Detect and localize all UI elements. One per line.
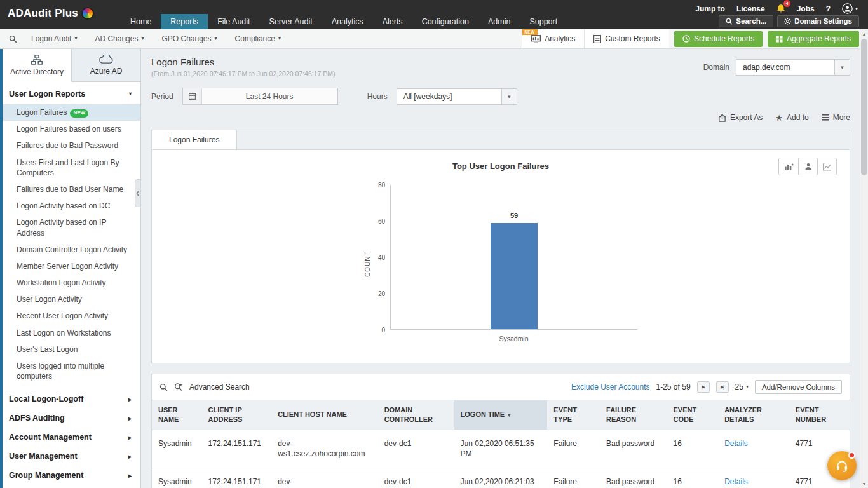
sidebar-group-local-logon-logoff[interactable]: Local Logon-Logoff▸ [3, 390, 140, 409]
custom-reports-button[interactable]: Custom Reports [584, 29, 669, 48]
sidebar-item-failures-due-to-bad-user-name[interactable]: Failures due to Bad User Name [3, 181, 140, 198]
tab-azure-ad[interactable]: Azure AD [72, 49, 140, 82]
tab-active-directory[interactable]: Active Directory [3, 49, 72, 82]
nav-item-configuration[interactable]: Configuration [412, 14, 478, 29]
table-body: Sysadmin172.24.151.171dev-ws1.csez.zohoc… [152, 430, 850, 488]
cell-client-ip-address: 172.24.151.171 [202, 468, 272, 488]
sidebar-item-users-first-and-last-logon-by-computers[interactable]: Users First and Last Logon By Computers [3, 154, 140, 181]
period-picker[interactable]: Last 24 Hours [182, 88, 338, 105]
sidebar-item-last-logon-on-workstations[interactable]: Last Logon on Workstations [3, 325, 140, 341]
analytics-button[interactable]: NEW Analytics [522, 29, 584, 48]
scroll-down-arrow[interactable]: ▼ [860, 479, 868, 488]
chart-bar-sysadmin[interactable] [491, 223, 538, 329]
more-button[interactable]: More [822, 113, 850, 122]
page-layout: Active Directory Azure AD User Logon Rep… [0, 49, 868, 488]
last-page-button[interactable]: ▶| [716, 381, 729, 393]
details-link[interactable]: Details [724, 439, 748, 448]
tab-logon-failures[interactable]: Logon Failures [152, 130, 237, 149]
sidebar-group-label: User Management [9, 452, 78, 461]
col-header-user-name[interactable]: USER NAME [152, 400, 202, 430]
sidebar-group-group-management[interactable]: Group Management▸ [3, 466, 140, 485]
menu-logon-audit[interactable]: Logon Audit▾ [22, 29, 86, 49]
hours-select[interactable]: All [weekdays] ▾ [397, 88, 517, 105]
nav-item-server-audit[interactable]: Server Audit [260, 14, 322, 29]
col-header-failure-reason[interactable]: FAILURE REASON [600, 400, 667, 430]
add-to-button[interactable]: ★ Add to [775, 113, 808, 122]
sidebar-group-adfs-auditing[interactable]: ADFS Auditing▸ [3, 409, 140, 428]
license-link[interactable]: License [736, 4, 765, 13]
nav-item-home[interactable]: Home [121, 14, 161, 29]
sidebar-item-user-logon-activity[interactable]: User Logon Activity [3, 291, 140, 308]
nav-item-analytics[interactable]: Analytics [322, 14, 373, 29]
help-button[interactable]: ? [826, 4, 831, 13]
col-header-logon-time[interactable]: LOGON TIME▾ [454, 400, 548, 430]
col-header-client-host-name[interactable]: CLIENT HOST NAME [271, 400, 377, 430]
app-logo[interactable]: ADAudit Plus [8, 7, 94, 20]
menu-compliance[interactable]: Compliance▾ [226, 29, 290, 49]
sidebar-item-failures-due-to-bad-password[interactable]: Failures due to Bad Password [3, 137, 140, 154]
page-size-select[interactable]: 25 ▾ [735, 383, 749, 391]
scroll-up-arrow[interactable]: ▲ [860, 29, 868, 38]
advanced-search-label[interactable]: Advanced Search [189, 383, 250, 391]
sidebar-collapse-handle[interactable]: ❮ [135, 179, 140, 207]
search-button[interactable]: Search... [719, 15, 773, 27]
account-menu[interactable]: ▾ [842, 3, 858, 14]
analytics-label: Analytics [545, 34, 575, 43]
menu-ad-changes[interactable]: AD Changes▾ [86, 29, 153, 49]
domain-select[interactable]: adap.dev.com ▾ [736, 59, 850, 76]
sidebar-group-account-management[interactable]: Account Management▸ [3, 428, 140, 447]
scrollbar-thumb[interactable] [861, 39, 867, 175]
sidebar-item-logon-activity-based-on-dc[interactable]: Logon Activity based on DC [3, 198, 140, 214]
domain-settings-button[interactable]: Domain Settings [777, 15, 859, 27]
col-header-domain-controller[interactable]: DOMAIN CONTROLLER [378, 400, 454, 430]
jump-to-link[interactable]: Jump to [695, 4, 725, 13]
report-search-icon[interactable] [9, 35, 17, 43]
support-chat-button[interactable] [827, 451, 857, 480]
next-page-button[interactable]: ▶ [697, 381, 710, 393]
col-header-analyzer-details[interactable]: ANALYZER DETAILS [718, 400, 789, 430]
notifications-button[interactable]: 4 [776, 4, 785, 13]
sidebar-item-workstation-logon-activity[interactable]: Workstation Logon Activity [3, 274, 140, 291]
chevron-right-icon: ▸ [128, 453, 132, 460]
col-header-event-code[interactable]: EVENT CODE [667, 400, 719, 430]
sidebar-item-user-s-last-logon[interactable]: User's Last Logon [3, 341, 140, 358]
sidebar-item-recent-user-logon-activity[interactable]: Recent User Logon Activity [3, 308, 140, 324]
bar-chart-option-icon[interactable] [779, 158, 798, 175]
nav-item-alerts[interactable]: Alerts [373, 14, 412, 29]
nav-item-file-audit[interactable]: File Audit [208, 14, 259, 29]
sidebar-group-computer-management[interactable]: Computer Management▸ [3, 485, 140, 488]
add-remove-columns-button[interactable]: Add/Remove Columns [755, 380, 842, 394]
sidebar-item-logon-activity-based-on-ip-address[interactable]: Logon Activity based on IP Address [3, 214, 140, 241]
advanced-search-icon[interactable] [174, 383, 183, 391]
sidebar-item-logon-failures[interactable]: Logon FailuresNEW [3, 104, 140, 121]
sidebar-section-user-logon-reports[interactable]: User Logon Reports ▾ [3, 82, 140, 104]
results-table: USER NAMECLIENT IP ADDRESSCLIENT HOST NA… [152, 400, 850, 488]
details-link[interactable]: Details [724, 477, 748, 486]
top-users-option-icon[interactable] [798, 158, 817, 175]
sidebar-item-domain-controller-logon-activity[interactable]: Domain Controller Logon Activity [3, 241, 140, 258]
nav-item-reports[interactable]: Reports [161, 14, 208, 29]
line-chart-option-icon[interactable] [817, 158, 836, 175]
table-search-icon[interactable] [159, 383, 168, 391]
aggregate-reports-label: Aggregate Reports [787, 34, 851, 43]
chevron-down-icon: ▾ [141, 36, 144, 41]
export-as-button[interactable]: Export As [718, 113, 763, 122]
sidebar-item-users-logged-into-multiple-computers[interactable]: Users logged into multiple computers [3, 358, 140, 384]
sidebar-item-member-server-logon-activity[interactable]: Member Server Logon Activity [3, 258, 140, 274]
page-scrollbar[interactable]: ▲ ▼ [860, 29, 868, 488]
x-axis-label: Sysadmin [499, 335, 528, 342]
jobs-link[interactable]: Jobs [797, 4, 815, 13]
schedule-reports-button[interactable]: Schedule Reports [674, 31, 763, 47]
nav-item-admin[interactable]: Admin [478, 14, 520, 29]
sidebar-group-user-management[interactable]: User Management▸ [3, 447, 140, 466]
col-header-event-number[interactable]: EVENT NUMBER [789, 400, 850, 430]
col-header-client-ip-address[interactable]: CLIENT IP ADDRESS [202, 400, 272, 430]
col-header-event-type[interactable]: EVENT TYPE [547, 400, 600, 430]
aggregate-reports-button[interactable]: Aggregate Reports [768, 31, 859, 47]
exclude-user-accounts-link[interactable]: Exclude User Accounts [571, 383, 649, 391]
y-tick-label: 20 [378, 290, 385, 297]
nav-item-support[interactable]: Support [520, 14, 567, 29]
pagination-info: 1-25 of 59 [656, 383, 691, 391]
sidebar-item-logon-failures-based-on-users[interactable]: Logon Failures based on users [3, 121, 140, 137]
menu-gpo-changes[interactable]: GPO Changes▾ [153, 29, 226, 49]
